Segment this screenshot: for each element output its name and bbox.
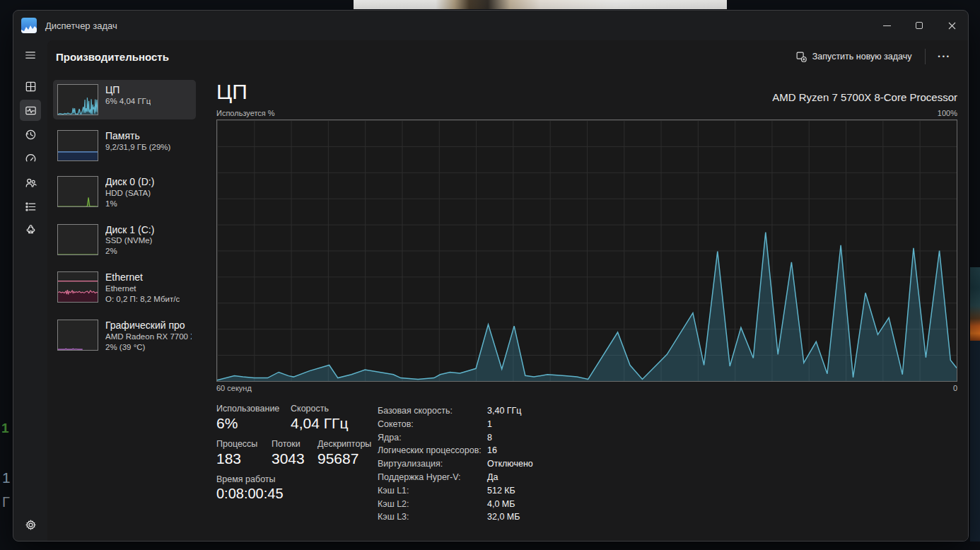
maximize-icon (916, 22, 923, 29)
window-title: Диспетчер задач (45, 21, 117, 31)
disk1-mini-chart (57, 224, 98, 255)
background-text-fragment: Г (2, 494, 10, 510)
spec-row: Поддержка Hyper-V:Да (378, 471, 957, 484)
sidebar-item-title: Ethernet (105, 271, 180, 283)
stat-speed: Скорость 4,04 ГГц (291, 404, 348, 432)
navigation-rail (13, 40, 47, 542)
minimize-button[interactable] (870, 11, 903, 40)
sidebar-item-cpu[interactable]: ЦП 6% 4,04 ГГц (53, 80, 196, 119)
task-manager-window: Диспетчер задач (13, 10, 969, 542)
sidebar-item-disk1[interactable]: Диск 1 (C:) SSD (NVMe) 2% (53, 220, 196, 262)
spec-row: Кэш L3:32,0 МБ (378, 510, 957, 524)
nav-details-icon[interactable] (20, 196, 41, 217)
nav-performance-icon[interactable] (20, 100, 41, 121)
sidebar-item-title: ЦП (105, 84, 151, 96)
spec-row: Сокетов:1 (378, 418, 957, 431)
menu-icon[interactable] (20, 45, 41, 66)
maximize-button[interactable] (903, 11, 935, 40)
sidebar-item-sub: 2% (105, 246, 154, 257)
background-text-fragment: 1 (2, 469, 11, 486)
sidebar-item-title: Диск 0 (D:) (105, 176, 154, 188)
sidebar-item-sub: 2% (39 °C) (105, 342, 192, 353)
nav-users-icon[interactable] (20, 172, 41, 193)
cpu-pane-title: ЦП (216, 80, 247, 103)
axis-label-utilization: Используется % (216, 109, 275, 117)
sidebar-item-ethernet[interactable]: Ethernet Ethernet О: 0,2 П: 8,2 Мбит/с (53, 267, 196, 309)
content-area: Производительность Запустить новую задач… (47, 40, 968, 542)
task-manager-app-icon (21, 18, 37, 33)
spec-row: Кэш L1:512 КБ (378, 484, 957, 498)
nav-startup-apps-icon[interactable] (20, 148, 41, 169)
sidebar-item-title: Память (105, 130, 170, 142)
cpu-stats: Использование 6% Скорость 4,04 ГГц (216, 404, 957, 524)
background-window-sliver-right (970, 267, 980, 341)
sidebar-item-sub: 1% (105, 199, 154, 209)
sidebar-item-sub: HDD (SATA) (105, 188, 154, 199)
sidebar-item-disk0[interactable]: Диск 0 (D:) HDD (SATA) 1% (53, 172, 196, 213)
stat-handles: Дескрипторы 95687 (317, 439, 371, 467)
cpu-detail-pane: ЦП AMD Ryzen 7 5700X 8-Core Processor Ис… (216, 80, 957, 542)
stat-uptime: Время работы 0:08:00:45 (216, 474, 284, 502)
run-new-task-label: Запустить новую задачу (812, 52, 912, 62)
performance-list: ЦП 6% 4,04 ГГц Память 9,2/31,9 ГБ (29%) (53, 80, 196, 542)
sidebar-item-sub: О: 0,2 П: 8,2 Мбит/с (105, 294, 180, 305)
sidebar-item-memory[interactable]: Память 9,2/31,9 ГБ (29%) (53, 126, 196, 165)
sidebar-item-gpu[interactable]: Графический про AMD Radeon RX 7700 X 2% … (53, 315, 196, 357)
cpu-spec-list: Базовая скорость:3,40 ГГц Сокетов:1 Ядра… (378, 404, 957, 524)
axis-label-0: 0 (953, 384, 957, 392)
nav-processes-icon[interactable] (20, 76, 41, 97)
sidebar-item-sub: Ethernet (105, 283, 180, 294)
memory-mini-chart (57, 130, 98, 161)
stat-threads: Потоки 3043 (272, 439, 317, 467)
spec-row: Виртуализация:Отключено (378, 457, 957, 471)
spec-row: Кэш L2:4,0 МБ (378, 498, 957, 511)
cpu-mini-chart (57, 84, 98, 115)
axis-label-60s: 60 секунд (216, 384, 252, 392)
sidebar-item-title: Графический про (105, 320, 192, 332)
new-task-icon (796, 52, 807, 62)
header-separator (925, 49, 926, 64)
sidebar-item-sub: SSD (NVMe) (105, 235, 154, 246)
disk0-mini-chart (57, 176, 98, 207)
cpu-utilization-chart (216, 119, 957, 382)
processor-name: AMD Ryzen 7 5700X 8-Core Processor (772, 91, 957, 103)
minimize-icon (883, 25, 891, 26)
sidebar-item-title: Диск 1 (C:) (105, 224, 154, 236)
ethernet-mini-chart (57, 271, 98, 303)
background-window-sliver-top (354, 0, 727, 9)
gpu-mini-chart (57, 320, 98, 351)
nav-services-icon[interactable] (20, 220, 41, 241)
spec-row: Логических процессоров:16 (378, 444, 957, 457)
page-title: Производительность (56, 51, 169, 63)
cpu-utilization-series (217, 120, 957, 381)
close-icon (948, 22, 956, 30)
spec-row: Ядра:8 (378, 431, 957, 445)
content-header: Производительность Запустить новую задач… (47, 40, 968, 73)
background-text-fragment: 1 (1, 421, 9, 436)
axis-label-max: 100% (938, 109, 957, 117)
sidebar-item-sub: AMD Radeon RX 7700 X (105, 332, 192, 342)
sidebar-item-sub: 9,2/31,9 ГБ (29%) (105, 142, 170, 153)
spec-row: Базовая скорость:3,40 ГГц (378, 404, 957, 418)
stat-usage: Использование 6% (216, 404, 291, 432)
more-options-button[interactable]: ••• (931, 47, 958, 66)
nav-app-history-icon[interactable] (20, 124, 41, 145)
close-button[interactable] (935, 11, 968, 40)
stat-processes: Процессы 183 (216, 439, 272, 467)
sidebar-item-sub: 6% 4,04 ГГц (105, 96, 151, 107)
run-new-task-button[interactable]: Запустить новую задачу (789, 47, 919, 66)
titlebar[interactable]: Диспетчер задач (13, 11, 968, 40)
background-window-sliver-right-lower (970, 341, 980, 542)
settings-gear-icon[interactable] (20, 514, 41, 535)
